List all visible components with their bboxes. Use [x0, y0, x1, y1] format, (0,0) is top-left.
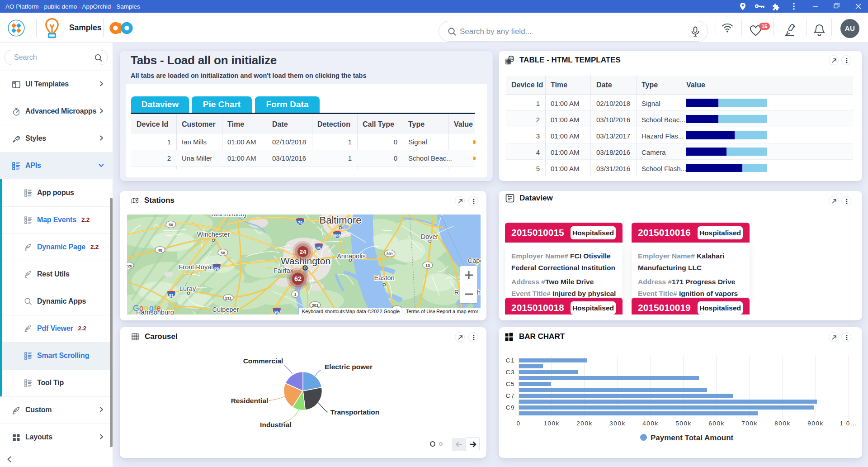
svg-text:C1: C1 — [506, 357, 515, 364]
svg-text:1 0...: 1 0... — [840, 420, 857, 427]
svg-text:l: l — [154, 304, 156, 313]
svg-text:95: 95 — [274, 310, 279, 315]
svg-text:24: 24 — [300, 248, 307, 255]
svg-text:Easton: Easton — [374, 274, 394, 281]
svg-text:C9: C9 — [506, 404, 515, 411]
svg-text:Industrial: Industrial — [260, 421, 292, 429]
svg-text:95: 95 — [316, 246, 321, 250]
svg-text:Report a map error: Report a map error — [436, 309, 478, 314]
svg-text:500k: 500k — [675, 420, 691, 427]
svg-text:300k: 300k — [609, 420, 625, 427]
svg-text:62: 62 — [294, 275, 302, 282]
svg-text:301: 301 — [386, 252, 393, 256]
svg-text:700k: 700k — [741, 420, 757, 427]
svg-text:0: 0 — [516, 420, 520, 427]
svg-text:C7: C7 — [506, 392, 515, 399]
svg-text:220: 220 — [127, 264, 132, 268]
svg-text:50: 50 — [169, 223, 173, 227]
svg-text:400k: 400k — [642, 420, 658, 427]
svg-text:Luray: Luray — [179, 285, 196, 292]
svg-text:C5: C5 — [506, 381, 515, 387]
svg-text:Front Royal: Front Royal — [179, 263, 213, 271]
svg-text:Cape: Cape — [468, 257, 481, 264]
svg-text:895: 895 — [334, 234, 340, 238]
svg-text:Culpeper: Culpeper — [212, 306, 239, 313]
svg-text:Keyboard shortcuts: Keyboard shortcuts — [302, 309, 345, 314]
svg-text:g: g — [149, 304, 154, 313]
svg-text:48: 48 — [158, 248, 162, 253]
svg-text:Winchester: Winchester — [197, 231, 230, 238]
svg-text:81: 81 — [169, 293, 174, 298]
svg-text:G: G — [133, 304, 139, 313]
svg-text:50: 50 — [221, 251, 225, 255]
svg-text:Dover: Dover — [421, 233, 439, 240]
svg-text:1: 1 — [294, 292, 296, 297]
svg-text:Commercial: Commercial — [243, 357, 283, 365]
svg-text:66: 66 — [214, 266, 219, 271]
svg-text:600k: 600k — [708, 420, 724, 427]
svg-text:Map data ©2022 Google: Map data ©2022 Google — [345, 309, 400, 314]
svg-text:o: o — [144, 304, 149, 313]
svg-text:800k: 800k — [774, 420, 790, 427]
svg-text:100k: 100k — [543, 420, 559, 427]
svg-text:Baltimore: Baltimore — [320, 214, 362, 226]
svg-text:Transportation: Transportation — [330, 408, 380, 416]
svg-text:C3: C3 — [506, 369, 515, 376]
svg-text:o: o — [139, 304, 144, 313]
svg-text:Annapolis: Annapolis — [337, 253, 366, 260]
svg-text:70: 70 — [298, 220, 302, 225]
svg-text:900k: 900k — [807, 420, 823, 427]
svg-text:Electric power: Electric power — [325, 363, 373, 371]
svg-text:e: e — [156, 304, 161, 313]
svg-text:Martinsburg: Martinsburg — [212, 214, 247, 218]
svg-text:Terms of Use: Terms of Use — [406, 309, 435, 314]
svg-text:R: R — [454, 289, 459, 296]
svg-text:301: 301 — [311, 303, 318, 308]
svg-text:Residential: Residential — [231, 397, 269, 405]
svg-text:200k: 200k — [576, 420, 592, 427]
svg-text:13: 13 — [425, 263, 430, 268]
svg-text:211: 211 — [225, 296, 232, 300]
